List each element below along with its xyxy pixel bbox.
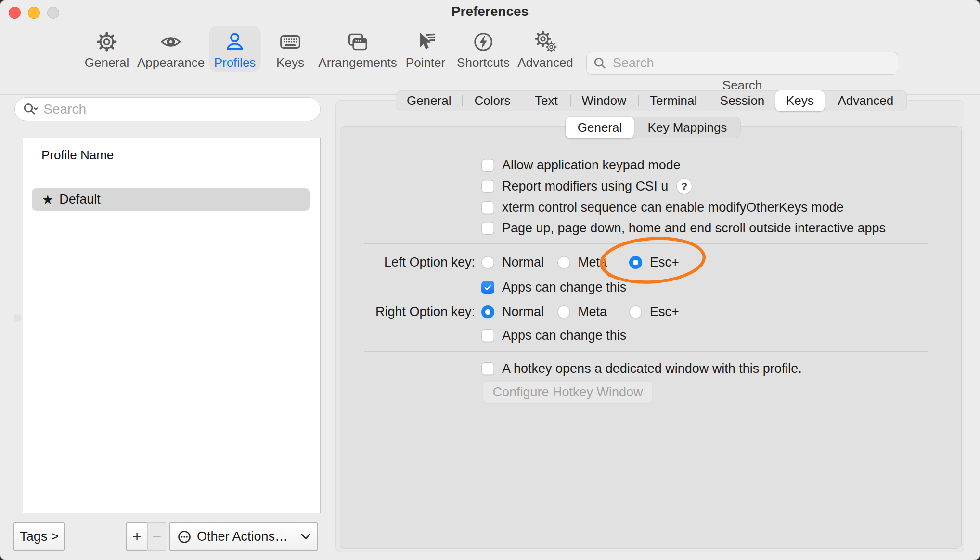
left-option-key-label: Left Option key: xyxy=(307,252,475,273)
tags-button[interactable]: Tags > xyxy=(13,522,65,551)
toolbar-search-field[interactable] xyxy=(586,52,898,75)
gear-icon xyxy=(96,28,118,55)
radio-label: Esc+ xyxy=(650,255,679,270)
tab-session[interactable]: Session xyxy=(709,90,775,111)
checkbox-row[interactable]: Report modifiers using CSI u ? xyxy=(481,176,692,197)
toolbar-item-label: Profiles xyxy=(214,55,256,70)
toolbar-item-label: Shortcuts xyxy=(457,55,510,70)
radio-left-esc[interactable]: Esc+ xyxy=(629,252,679,273)
list-header-divider xyxy=(23,174,320,174)
radio-unselected[interactable] xyxy=(629,305,642,318)
radio-selected[interactable] xyxy=(629,256,642,269)
checkbox-checked[interactable] xyxy=(481,281,494,294)
radio-label: Normal xyxy=(502,255,544,270)
tab-window[interactable]: Window xyxy=(570,90,638,111)
search-icon xyxy=(593,56,607,71)
checkbox-row[interactable]: Page up, page down, home and end scroll … xyxy=(481,217,886,239)
radio-label: Normal xyxy=(502,305,544,319)
radio-label: Esc+ xyxy=(650,305,679,319)
profile-row-default[interactable]: ★ Default xyxy=(32,188,310,211)
sidebar-edge-dot xyxy=(13,314,22,322)
toolbar-item-arrangements[interactable]: Arrangements xyxy=(313,26,401,72)
tab-general[interactable]: General xyxy=(396,90,462,111)
checkbox-unchecked[interactable] xyxy=(481,329,494,342)
gears-icon xyxy=(533,28,557,55)
toolbar-item-label: Arrangements xyxy=(318,55,397,70)
titlebar: Preferences xyxy=(0,0,980,25)
checkbox-label: Apps can change this xyxy=(502,280,626,295)
checkbox-label: xterm control sequence can enable modify… xyxy=(502,200,844,215)
star-icon: ★ xyxy=(42,192,53,207)
toolbar-item-label: Appearance xyxy=(137,55,205,70)
radio-unselected[interactable] xyxy=(557,305,570,318)
add-profile-button[interactable]: + xyxy=(126,522,148,551)
toolbar-item-label: Keys xyxy=(276,55,304,70)
tab-colors[interactable]: Colors xyxy=(462,90,522,111)
checkbox-unchecked[interactable] xyxy=(481,362,494,375)
checkbox-row-apps-change-right[interactable]: Apps can change this xyxy=(481,325,626,346)
toolbar-item-label: General xyxy=(85,55,129,70)
check-icon xyxy=(483,283,492,292)
profile-search-input[interactable] xyxy=(42,101,312,117)
checkbox-unchecked[interactable] xyxy=(481,222,494,235)
configure-hotkey-window-button[interactable]: Configure Hotkey Window xyxy=(483,381,653,404)
radio-unselected[interactable] xyxy=(557,256,570,269)
checkbox-label: A hotkey opens a dedicated window with t… xyxy=(502,361,802,376)
subtab-key-mappings[interactable]: Key Mappings xyxy=(634,117,741,138)
remove-profile-button[interactable]: − xyxy=(147,522,166,551)
eye-icon xyxy=(158,28,183,55)
profile-list: Profile Name ★ Default xyxy=(23,138,321,513)
profile-name: Default xyxy=(59,192,101,207)
radio-right-meta[interactable]: Meta xyxy=(557,301,607,322)
radio-left-meta[interactable]: Meta xyxy=(557,252,607,273)
section-divider xyxy=(364,243,928,244)
toolbar-item-advanced[interactable]: Advanced xyxy=(513,26,578,72)
checkbox-unchecked[interactable] xyxy=(481,159,494,172)
toolbar-item-pointer[interactable]: Pointer xyxy=(401,26,450,72)
toolbar-item-label: Advanced xyxy=(517,55,573,70)
toolbar-search-input[interactable] xyxy=(612,55,891,71)
checkbox-label: Allow application keypad mode xyxy=(502,158,681,173)
radio-right-esc[interactable]: Esc+ xyxy=(629,301,679,322)
tab-terminal[interactable]: Terminal xyxy=(638,90,709,111)
keys-subtab-bar: General Key Mappings xyxy=(566,117,741,138)
radio-selected[interactable] xyxy=(481,305,494,318)
toolbar-item-label: Pointer xyxy=(406,55,445,70)
checkbox-row[interactable]: xterm control sequence can enable modify… xyxy=(481,197,844,218)
person-icon xyxy=(224,28,246,55)
subtab-general[interactable]: General xyxy=(566,117,634,138)
toolbar-item-profiles[interactable]: Profiles xyxy=(209,26,261,72)
checkbox-row-apps-change-left[interactable]: Apps can change this xyxy=(481,277,626,298)
ellipsis-circle-icon xyxy=(177,529,192,545)
windows-icon xyxy=(346,28,369,55)
preferences-window: Preferences General Appearance xyxy=(0,0,980,560)
checkbox-row-hotkey[interactable]: A hotkey opens a dedicated window with t… xyxy=(481,358,802,379)
checkbox-label: Report modifiers using CSI u xyxy=(502,179,668,194)
tab-text[interactable]: Text xyxy=(523,90,570,111)
help-button[interactable]: ? xyxy=(677,179,692,194)
radio-label: Meta xyxy=(578,255,607,270)
other-actions-dropdown[interactable]: Other Actions… xyxy=(169,522,318,551)
other-actions-label: Other Actions… xyxy=(197,529,296,544)
checkbox-row[interactable]: Allow application keypad mode xyxy=(481,154,681,176)
profile-list-column-header: Profile Name xyxy=(41,148,114,163)
profile-tab-bar: General Colors Text Window Terminal Sess… xyxy=(396,90,907,111)
profile-search-field[interactable] xyxy=(14,97,321,121)
toolbar-item-appearance[interactable]: Appearance xyxy=(132,26,209,72)
toolbar: General Appearance Profiles xyxy=(0,22,980,72)
toolbar-item-shortcuts[interactable]: Shortcuts xyxy=(452,26,515,72)
radio-unselected[interactable] xyxy=(481,256,494,269)
search-menu-icon xyxy=(23,102,39,117)
radio-left-normal[interactable]: Normal xyxy=(481,252,544,273)
toolbar-item-keys[interactable]: Keys xyxy=(271,26,309,72)
checkbox-unchecked[interactable] xyxy=(481,180,494,193)
radio-right-normal[interactable]: Normal xyxy=(481,301,544,322)
toolbar-item-general[interactable]: General xyxy=(80,26,134,72)
tab-keys[interactable]: Keys xyxy=(775,90,824,111)
checkbox-label: Apps can change this xyxy=(502,328,626,343)
chevron-down-icon xyxy=(301,534,310,540)
window-title: Preferences xyxy=(0,4,980,19)
checkbox-unchecked[interactable] xyxy=(481,201,494,214)
tab-advanced[interactable]: Advanced xyxy=(825,90,907,111)
cursor-icon xyxy=(414,28,437,55)
